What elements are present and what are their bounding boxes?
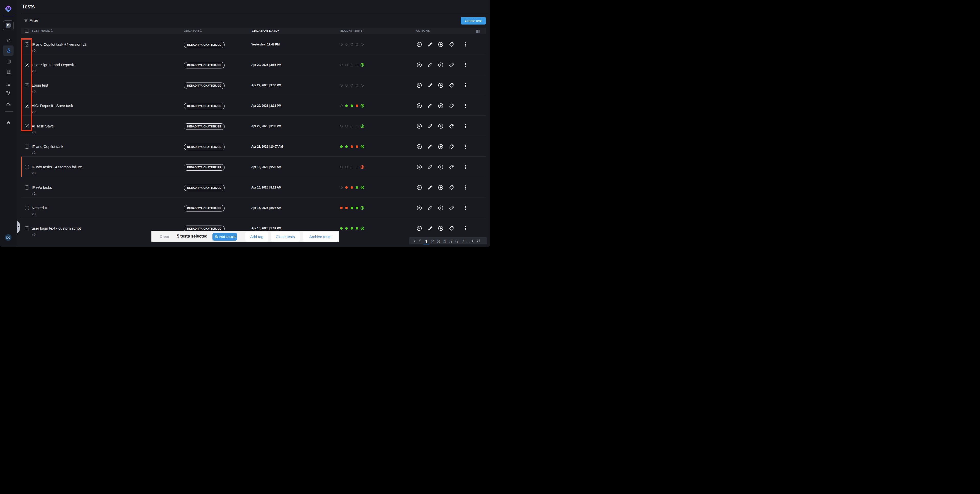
svg-text:AI: AI [6, 6, 10, 11]
